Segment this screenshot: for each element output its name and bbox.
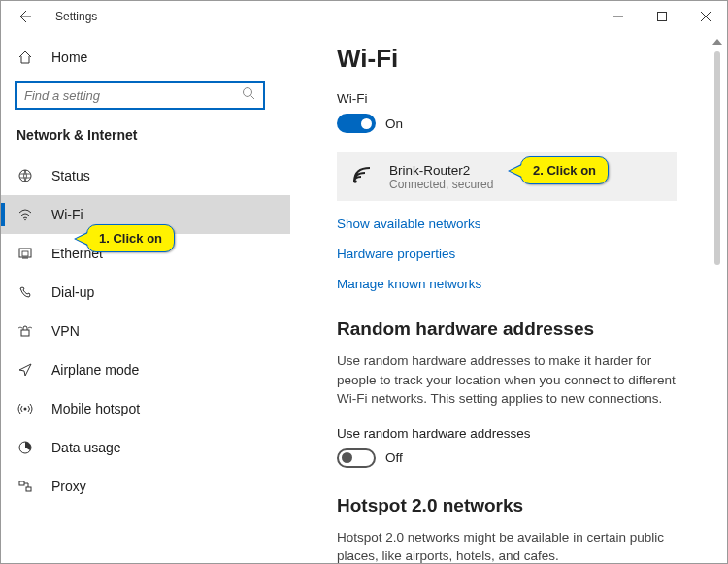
dialup-icon	[17, 284, 34, 300]
svg-rect-9	[22, 251, 28, 256]
sidebar-item-vpn[interactable]: VPN	[1, 312, 290, 350]
sidebar-item-label: Status	[51, 168, 90, 183]
back-button[interactable]	[15, 7, 34, 26]
callout-2: 2. Click on	[520, 156, 609, 184]
svg-rect-13	[21, 330, 29, 336]
sidebar-item-label: Proxy	[51, 479, 86, 494]
random-hw-toggle-label: Use random hardware addresses	[337, 426, 704, 441]
show-networks-link[interactable]: Show available networks	[337, 216, 704, 231]
scroll-up-arrow[interactable]	[710, 34, 725, 50]
home-label: Home	[51, 50, 87, 65]
svg-point-14	[24, 408, 27, 411]
hardware-properties-link[interactable]: Hardware properties	[337, 247, 704, 261]
sidebar-item-datausage[interactable]: Data usage	[1, 428, 290, 467]
hotspot-icon	[17, 401, 34, 416]
svg-point-7	[24, 219, 26, 221]
wifi-toggle[interactable]	[337, 114, 376, 133]
search-box[interactable]	[15, 81, 265, 110]
search-icon	[242, 86, 255, 104]
svg-rect-16	[19, 481, 24, 485]
maximize-button[interactable]	[640, 2, 683, 31]
sidebar: Home Network & Internet Status Wi-Fi Eth…	[1, 32, 290, 563]
svg-rect-17	[26, 487, 31, 491]
manage-known-link[interactable]: Manage known networks	[337, 277, 704, 291]
svg-point-4	[244, 88, 252, 97]
random-hw-toggle-state: Off	[385, 450, 403, 465]
hotspot-heading: Hotspot 2.0 networks	[337, 495, 704, 516]
svg-line-5	[251, 96, 255, 100]
sidebar-item-status[interactable]: Status	[1, 156, 290, 195]
network-name: Brink-Router2	[389, 163, 493, 178]
random-hw-heading: Random hardware addresses	[337, 318, 704, 340]
sidebar-item-label: Wi-Fi	[51, 207, 83, 222]
sidebar-item-label: Dial-up	[51, 284, 94, 300]
sidebar-item-dialup[interactable]: Dial-up	[1, 273, 290, 312]
minimize-button[interactable]	[596, 2, 640, 31]
scrollbar[interactable]	[710, 34, 725, 563]
svg-point-6	[19, 170, 31, 182]
sidebar-item-hotspot[interactable]: Mobile hotspot	[1, 389, 290, 428]
wifi-icon	[17, 207, 34, 222]
ethernet-icon	[17, 246, 34, 261]
callout-1: 1. Click on	[86, 224, 175, 252]
content-pane: Wi-Fi Wi-Fi On Brink-Router2 Connected, …	[290, 32, 727, 563]
sidebar-item-label: Data usage	[51, 440, 121, 455]
svg-rect-1	[657, 13, 666, 21]
home-nav[interactable]: Home	[15, 40, 290, 75]
datausage-icon	[17, 440, 34, 455]
svg-point-18	[353, 180, 357, 183]
titlebar: Settings	[1, 1, 727, 32]
home-icon	[17, 50, 34, 65]
sidebar-item-label: Mobile hotspot	[51, 401, 140, 416]
search-input[interactable]	[24, 88, 242, 103]
sidebar-item-proxy[interactable]: Proxy	[1, 467, 290, 506]
sidebar-item-airplane[interactable]: Airplane mode	[1, 350, 290, 389]
page-title: Wi-Fi	[337, 44, 704, 74]
sidebar-item-label: VPN	[51, 323, 80, 339]
status-icon	[17, 168, 34, 183]
wifi-signal-icon	[350, 162, 376, 191]
current-network-card[interactable]: Brink-Router2 Connected, secured	[337, 152, 677, 201]
wifi-toggle-state: On	[385, 116, 403, 131]
wifi-label: Wi-Fi	[337, 91, 704, 106]
proxy-icon	[17, 479, 34, 494]
window-title: Settings	[55, 10, 97, 23]
category-heading: Network & Internet	[15, 127, 290, 143]
scroll-thumb[interactable]	[714, 51, 720, 265]
sidebar-item-label: Airplane mode	[51, 362, 139, 378]
airplane-icon	[17, 362, 34, 378]
random-hw-desc: Use random hardware addresses to make it…	[337, 351, 686, 409]
close-button[interactable]	[683, 2, 727, 31]
network-status: Connected, secured	[389, 178, 493, 191]
vpn-icon	[17, 323, 34, 339]
random-hw-toggle[interactable]	[337, 448, 376, 468]
hotspot-desc: Hotspot 2.0 networks might be available …	[337, 528, 686, 563]
